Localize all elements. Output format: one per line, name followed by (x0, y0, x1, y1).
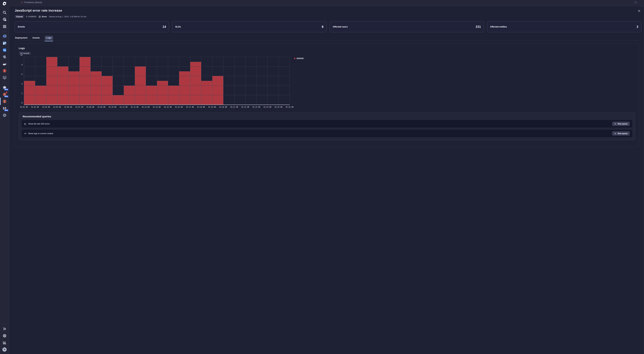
bar-01-09-AM[interactable] (102, 76, 112, 105)
problem-detail-panel: JavaScript error rate increase Closed P-… (9, 6, 322, 177)
tab-events[interactable]: Events (32, 36, 40, 40)
y-tick-label: 10 (19, 54, 22, 56)
gridline (146, 57, 146, 105)
settings-icon (2, 113, 7, 117)
sidebar-item-clouds[interactable] (2, 34, 7, 38)
y-tick-label: 4 (19, 83, 22, 85)
gridline (201, 57, 201, 105)
sidebar-item-services[interactable] (2, 48, 7, 52)
sidebar-item-problems[interactable] (2, 99, 7, 104)
x-tick-label: 01:07 AM (74, 106, 85, 108)
logs-section: Logs 111 records 0246810 ERROR 01:02 AM0… (15, 43, 322, 147)
gridline (135, 57, 135, 105)
x-tick-label: 01:20 AM (218, 106, 228, 108)
bar-01-18-AM[interactable] (201, 81, 212, 105)
x-tick-label: 01:21 AM (228, 106, 240, 108)
sidebar-item-app-launcher[interactable] (2, 24, 7, 29)
dynatrace-logo-icon[interactable] (2, 1, 7, 6)
stats-row: Events 14 SLOs 0 Affected users 331 Affe… (15, 21, 322, 32)
sidebar-item-davis-ai[interactable] (2, 17, 7, 22)
topbar-tab-problems[interactable]: Problems (latest) (21, 1, 42, 4)
cloud-services-icon (2, 62, 7, 66)
new-badge: NEW (4, 88, 8, 91)
bar-01-02-AM[interactable] (24, 81, 35, 105)
code-context-icon (24, 132, 27, 135)
bar-01-04-AM[interactable] (46, 57, 57, 105)
started-text: Started at Aug 7, 2024, 1:02 AM for 24 m… (49, 15, 86, 18)
legend-error-dot-icon (294, 57, 295, 59)
search-icon (2, 10, 7, 15)
bar-01-07-AM[interactable] (80, 57, 90, 105)
gridline (278, 57, 279, 105)
gridline (35, 57, 35, 105)
page-title: JavaScript error rate increase (15, 9, 62, 12)
x-tick-label: 01:16 AM (173, 106, 184, 108)
gridline (179, 57, 179, 105)
x-tick-label: 01:15 AM (162, 106, 173, 108)
gridline (256, 57, 257, 105)
stat-card-events[interactable]: Events 14 (15, 21, 169, 32)
recommended-queries-section: Recommended queries Show the last 100 er… (19, 112, 322, 140)
query-label: Show logs in current context (28, 132, 53, 134)
x-axis-line (24, 105, 290, 105)
sidebar-item-anomaly-detection[interactable]: NEW (2, 85, 7, 90)
chart-y-axis: 0246810 (19, 57, 24, 105)
x-tick-label: 01:02 AM (18, 106, 30, 108)
x-tick-label: 01:05 AM (52, 106, 62, 108)
chart-plot-area[interactable] (24, 57, 290, 105)
davis-ai-icon (2, 17, 7, 21)
logs-histogram: 0246810 ERROR 01:02 AM01:03 AM01:04 AM01… (19, 57, 322, 109)
sidebar-item-problems-latest[interactable]: NEW (2, 92, 7, 97)
sidebar-item-cloud-services[interactable] (2, 61, 7, 66)
legend-error-label: ERROR (296, 57, 304, 59)
bar-01-16-AM[interactable] (179, 71, 190, 105)
stat-card-slos[interactable]: SLOs 0 (172, 21, 322, 32)
gridline (190, 57, 190, 105)
x-tick-label: 01:10 AM (107, 106, 118, 108)
sidebar-item-smartscape[interactable] (2, 41, 7, 45)
x-tick-label: 01:19 AM (206, 106, 218, 108)
severity: Error (38, 15, 47, 18)
problem-id: P-2408699 (26, 15, 36, 18)
new-badge: NEW (4, 95, 8, 97)
top-bar: Problems (latest) ? (0, 0, 322, 6)
gridline (24, 85, 290, 86)
sidebar-item-kubernetes[interactable]: NEW (2, 106, 7, 111)
active-indicator (0, 97, 1, 105)
x-tick-label: 01:26 AM (284, 106, 295, 108)
tab-logs[interactable]: Logs (44, 36, 53, 40)
bar-01-06-AM[interactable] (68, 71, 80, 105)
bar-01-19-AM[interactable] (212, 76, 223, 105)
bar-01-17-AM[interactable] (190, 62, 201, 105)
x-tick-label: 01:11 AM (118, 106, 129, 108)
query-row-last-100-errors[interactable]: Show the last 100 errors Run query (22, 120, 322, 128)
tab-bar: Deployment Events Logs (15, 35, 322, 40)
x-tick-label: 01:22 AM (240, 106, 251, 108)
x-tick-label: 01:08 AM (85, 106, 96, 108)
sidebar-item-search[interactable] (2, 10, 7, 15)
bar-01-08-AM[interactable] (90, 71, 102, 105)
error-circle-x-icon (38, 15, 41, 18)
sidebar-item-infrastructure[interactable] (2, 55, 7, 59)
x-tick-label: 01:18 AM (196, 106, 206, 108)
topbar-tab-label: Problems (latest) (24, 1, 42, 4)
sidebar-item-hosts[interactable] (2, 75, 7, 80)
clouds-icon (2, 34, 7, 38)
chart-legend[interactable]: ERROR (294, 57, 304, 59)
tab-deployment[interactable]: Deployment (15, 36, 28, 40)
x-tick-label: 01:14 AM (151, 106, 162, 108)
app-sidebar: NEWNEWNEW W (0, 0, 9, 177)
problem-octagon-icon (21, 1, 23, 4)
problems-icon (2, 99, 7, 103)
bar-01-10-AM[interactable] (112, 95, 124, 105)
bar-01-14-AM[interactable] (157, 81, 168, 105)
sidebar-divider (2, 82, 7, 83)
x-tick-label: 01:09 AM (96, 106, 107, 108)
smartscape-icon (2, 41, 7, 45)
status-badge: Closed (15, 15, 24, 18)
y-tick-label: 0 (19, 102, 22, 104)
query-row-logs-current-context[interactable]: Show logs in current context Run query (22, 130, 322, 137)
y-tick-label: 6 (19, 73, 22, 75)
sidebar-item-problems-classic[interactable] (2, 68, 7, 73)
sidebar-item-settings[interactable] (2, 113, 7, 117)
